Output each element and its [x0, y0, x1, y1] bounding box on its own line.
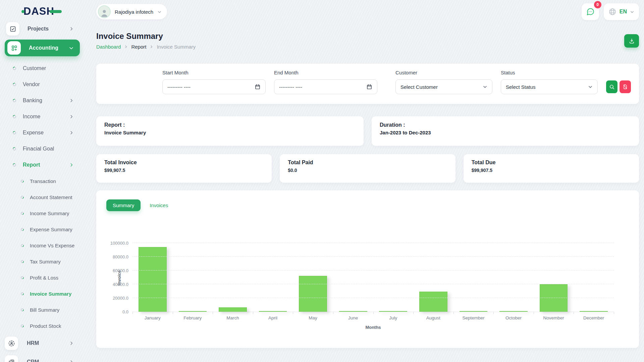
circle-icon: [12, 82, 17, 87]
circle-icon: [20, 324, 24, 328]
sidebar-item-product-stock[interactable]: Product Stock: [0, 318, 84, 334]
sidebar-item-income[interactable]: Income: [0, 109, 84, 125]
tab-summary[interactable]: Summary: [106, 199, 141, 211]
page-header: Invoice Summary Dashboard Report Invoice…: [96, 32, 639, 50]
stat-value: $99,907.5: [472, 168, 631, 173]
sidebar-item-customer[interactable]: Customer: [0, 60, 84, 76]
customer-field-group: Customer Select Customer: [395, 70, 492, 104]
sidebar-item-vendor[interactable]: Vendor: [0, 76, 84, 93]
sidebar-item-expense[interactable]: Expense: [0, 125, 84, 141]
sidebar-item-label: Expense Summary: [30, 227, 72, 232]
bar-may[interactable]: [299, 276, 327, 312]
bar-october[interactable]: [499, 311, 528, 312]
stat-value: $99,907.5: [104, 168, 264, 173]
circle-icon: [12, 146, 17, 151]
sidebar-item-income-summary[interactable]: Income Summary: [0, 205, 84, 221]
download-button[interactable]: [624, 34, 639, 48]
breadcrumb-current: Invoice Summary: [157, 44, 196, 50]
sidebar-item-label: Customer: [23, 65, 46, 71]
bar-march[interactable]: [219, 307, 247, 312]
sidebar-item-banking[interactable]: Banking: [0, 93, 84, 109]
sidebar-item-tax-summary[interactable]: Tax Summary: [0, 253, 84, 269]
gridline: [132, 298, 614, 298]
customer-select[interactable]: Select Customer: [395, 79, 492, 94]
bar-september[interactable]: [460, 311, 488, 312]
logo-dash-icon: [50, 10, 62, 13]
sidebar-item-label: Income Vs Expense: [30, 243, 74, 248]
breadcrumb-report[interactable]: Report: [131, 44, 146, 50]
x-tick-mark: [293, 312, 293, 314]
sidebar-item-label: Income: [23, 114, 40, 120]
sidebar-item-invoice-summary[interactable]: Invoice Summary: [0, 286, 84, 302]
end-month-input[interactable]: --------- ----: [274, 79, 377, 94]
bar-november[interactable]: [540, 284, 568, 312]
sidebar-item-expense-summary[interactable]: Expense Summary: [0, 221, 84, 237]
language-selector[interactable]: EN: [604, 3, 639, 20]
hrm-person-icon: [5, 337, 18, 350]
sidebar-item-label: Profit & Loss: [30, 275, 58, 281]
sidebar-item-crm[interactable]: CRM: [0, 353, 84, 362]
gridline: [132, 270, 614, 270]
bar-august[interactable]: [419, 292, 447, 312]
download-icon: [629, 38, 635, 44]
y-tick-label: 80000.0: [102, 254, 128, 259]
x-tick-mark: [373, 312, 374, 314]
x-tick-label: May: [293, 315, 333, 320]
gridline: [132, 243, 614, 243]
x-tick-mark: [574, 312, 574, 314]
bar-slot-february: [173, 243, 213, 312]
breadcrumb-dashboard[interactable]: Dashboard: [96, 44, 121, 50]
sidebar-item-report[interactable]: Report: [0, 157, 84, 173]
app-logo[interactable]: DASH: [0, 2, 84, 21]
tab-invoices[interactable]: Invoices: [143, 199, 174, 211]
circle-icon: [20, 259, 24, 263]
sidebar-item-label: Projects: [28, 26, 49, 32]
sidebar-item-profit-loss[interactable]: Profit & Loss: [0, 269, 84, 286]
sidebar-item-label: Product Stock: [30, 323, 61, 329]
x-tick-mark: [333, 312, 333, 314]
bar-slot-august: [413, 243, 453, 312]
bar-july[interactable]: [379, 311, 407, 312]
circle-icon: [12, 130, 17, 135]
stat-label: Total Paid: [288, 160, 447, 166]
status-select[interactable]: Select Status: [501, 79, 598, 94]
sidebar-item-income-vs-expense[interactable]: Income Vs Expense: [0, 237, 84, 253]
start-month-input[interactable]: --------- ----: [162, 79, 266, 94]
circle-icon: [12, 163, 17, 167]
stat-label: Total Invoice: [104, 160, 264, 166]
bar-february[interactable]: [179, 311, 207, 312]
messages-button[interactable]: 0: [582, 3, 599, 20]
bar-april[interactable]: [259, 311, 287, 312]
sidebar-item-label: CRM: [27, 359, 39, 362]
search-icon: [609, 84, 615, 90]
sidebar-item-transaction[interactable]: Transaction: [0, 173, 84, 189]
sidebar-item-label: Income Summary: [30, 210, 69, 216]
apply-filter-button[interactable]: [606, 80, 618, 93]
invoice-bar-chart: Invoice 0.020000.040000.060000.080000.01…: [132, 243, 614, 312]
file-slash-icon: [623, 84, 628, 89]
company-selector[interactable]: Rajodiya infotech: [96, 4, 167, 19]
chevron-down-icon: [157, 10, 162, 14]
sidebar-item-finacial-goal[interactable]: Finacial Goal: [0, 141, 84, 157]
y-tick-label: 60000.0: [102, 268, 128, 273]
bar-june[interactable]: [339, 311, 367, 312]
sidebar-item-projects[interactable]: Projects: [0, 21, 84, 36]
sidebar-item-bill-summary[interactable]: Bill Summary: [0, 302, 84, 318]
bar-january[interactable]: [139, 247, 167, 312]
x-tick-mark: [132, 312, 133, 314]
chart-card: Summary Invoices Invoice 0.020000.040000…: [96, 190, 639, 348]
x-tick-label: November: [534, 315, 574, 320]
chevron-right-icon: [69, 114, 74, 119]
bar-december[interactable]: [580, 311, 608, 312]
sidebar-item-accounting[interactable]: Accounting: [5, 40, 80, 56]
sidebar-item-label: Transaction: [30, 178, 56, 184]
chevron-right-icon: [69, 341, 74, 346]
sidebar-item-hrm[interactable]: HRM: [0, 334, 84, 353]
chevron-right-icon: [124, 45, 128, 49]
checkbox-icon: [6, 22, 19, 36]
chevron-right-icon: [150, 45, 153, 49]
sidebar-item-account-statement[interactable]: Account Statement: [0, 189, 84, 205]
reset-filter-button[interactable]: [620, 80, 631, 93]
sidebar-item-label: Finacial Goal: [23, 146, 54, 152]
chevron-down-icon: [69, 46, 74, 51]
